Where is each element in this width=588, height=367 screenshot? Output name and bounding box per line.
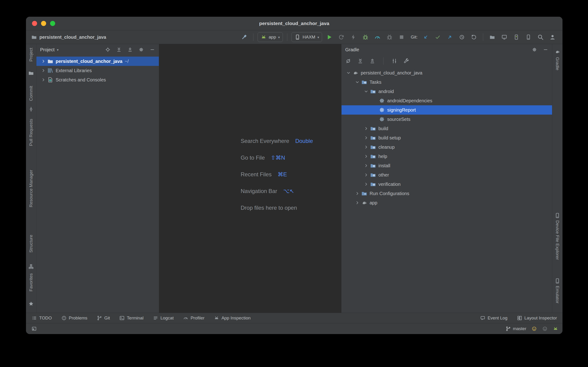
gradle-tree-row[interactable]: persistent_cloud_anchor_java (342, 68, 552, 77)
commit-button[interactable] (433, 32, 443, 42)
toolwindow-stripe-button[interactable]: Structure (26, 235, 36, 253)
update-project-button[interactable] (421, 32, 431, 42)
rerun-button[interactable] (336, 32, 346, 42)
gradle-tree-row[interactable]: sourceSets (342, 115, 552, 124)
folder-icon[interactable] (26, 70, 36, 76)
close-window-button[interactable] (32, 21, 37, 26)
gradle-tree-row[interactable]: verification (342, 180, 552, 189)
hide-panel-icon[interactable] (543, 47, 548, 52)
chevron-right-icon[interactable] (362, 163, 370, 168)
gradle-tree-row[interactable]: build (342, 124, 552, 133)
toolwindow-toggle-button[interactable] (30, 325, 38, 333)
chevron-right-icon[interactable] (362, 182, 370, 187)
attach-debugger-button[interactable] (385, 32, 394, 42)
rollback-button[interactable] (469, 32, 479, 42)
toolwindow-button-terminal[interactable]: Terminal (119, 315, 144, 321)
push-button[interactable] (445, 32, 455, 42)
star-icon[interactable] (26, 301, 36, 307)
settings-gear-icon[interactable] (532, 47, 537, 52)
toolwindow-button-problems[interactable]: Problems (61, 315, 87, 321)
structure-icon[interactable] (26, 264, 36, 270)
toolwindow-stripe-button[interactable]: Gradle (552, 57, 563, 70)
collapse-all-icon[interactable] (369, 58, 375, 64)
gradle-tree-row[interactable]: build setup (342, 133, 552, 142)
device-manager-button[interactable] (512, 32, 521, 42)
chevron-right-icon[interactable] (362, 135, 370, 140)
phone-icon[interactable] (552, 212, 563, 218)
toolwindow-button-event-log[interactable]: Event Log (480, 315, 507, 321)
debug-button[interactable] (360, 32, 370, 42)
offline-mode-icon[interactable] (391, 58, 397, 64)
history-button[interactable] (457, 32, 467, 42)
toolwindow-button-layout-inspector[interactable]: Layout Inspector (517, 315, 557, 321)
project-tree-row[interactable]: External Libraries (36, 66, 159, 75)
feedback-frown-icon[interactable] (542, 326, 548, 332)
toolwindow-button-git[interactable]: Git (97, 315, 110, 321)
gradle-icon[interactable] (552, 49, 563, 55)
gradle-tree-row[interactable]: cleanup (342, 142, 552, 152)
chevron-down-icon[interactable] (345, 70, 352, 75)
commit-icon[interactable] (26, 106, 36, 112)
project-tree-row[interactable]: persistent_cloud_anchor_java ~/ (36, 57, 159, 66)
run-button[interactable] (324, 32, 334, 42)
git-branch-widget[interactable]: master (506, 326, 526, 332)
device-select[interactable]: HAXM ▾ (291, 32, 322, 42)
toolwindow-stripe-button[interactable]: Emulator (552, 286, 563, 303)
locate-file-icon[interactable] (105, 47, 111, 52)
project-panel-title[interactable]: Project (40, 47, 55, 52)
toolwindow-stripe-button[interactable]: Project (26, 48, 36, 61)
toolwindow-stripe-button[interactable]: Resource Manager (26, 170, 36, 207)
chevron-down-icon[interactable] (354, 80, 361, 85)
gradle-tree-row[interactable]: app (342, 198, 552, 207)
toolwindow-button-profiler[interactable]: Profiler (183, 315, 204, 321)
search-everywhere-button[interactable] (536, 32, 545, 42)
gradle-refresh-icon[interactable] (345, 58, 351, 64)
minimize-window-button[interactable] (41, 21, 46, 26)
settings-gear-icon[interactable] (139, 47, 144, 52)
build-button[interactable] (239, 32, 249, 42)
emulator-button[interactable] (523, 32, 533, 42)
toolwindow-button-app-inspection[interactable]: App Inspection (214, 315, 251, 321)
feedback-smiley-icon[interactable] (531, 326, 537, 332)
profile-avatar-button[interactable] (548, 32, 557, 42)
toolwindow-button-todo[interactable]: TODO (32, 315, 52, 321)
expand-all-icon[interactable] (357, 58, 363, 64)
profile-button[interactable] (373, 32, 382, 42)
chevron-right-icon[interactable] (354, 191, 361, 196)
hide-panel-icon[interactable] (150, 47, 155, 52)
toolwindow-stripe-button[interactable]: Favorites (26, 273, 36, 291)
chevron-down-icon[interactable]: ▾ (57, 48, 59, 51)
toolwindow-button-logcat[interactable]: Logcat (153, 315, 174, 321)
chevron-right-icon[interactable] (362, 154, 370, 159)
chevron-right-icon[interactable] (362, 172, 370, 177)
running-devices-button[interactable] (499, 32, 509, 42)
breadcrumb[interactable]: persistent_cloud_anchor_java (31, 34, 106, 40)
gradle-tree-row[interactable]: help (342, 152, 552, 161)
changes-view-button[interactable] (487, 32, 497, 42)
zoom-window-button[interactable] (50, 21, 55, 26)
gradle-settings-wrench-icon[interactable] (403, 58, 409, 64)
apply-changes-button[interactable] (349, 32, 358, 42)
toolwindow-stripe-button[interactable]: Pull Requests (26, 119, 36, 146)
chevron-right-icon[interactable] (40, 77, 47, 82)
editor-area[interactable]: Search Everywhere Double Go to File ⇧⌘N … (159, 44, 341, 313)
collapse-all-icon[interactable] (127, 47, 133, 52)
expand-all-icon[interactable] (116, 47, 122, 52)
toolwindow-stripe-button[interactable]: Device File Explorer (552, 220, 563, 260)
toolwindow-stripe-button[interactable]: Commit (26, 86, 36, 101)
gradle-tree-row[interactable]: other (342, 170, 552, 180)
chevron-right-icon[interactable] (354, 200, 361, 205)
gradle-tree-row[interactable]: androidDependencies (342, 96, 552, 105)
project-tree-row[interactable]: Scratches and Consoles (36, 75, 159, 84)
chevron-right-icon[interactable] (40, 59, 47, 64)
stop-button[interactable] (397, 32, 407, 42)
phone-icon[interactable] (552, 278, 563, 284)
chevron-down-icon[interactable] (362, 89, 370, 94)
chevron-right-icon[interactable] (362, 126, 370, 131)
gradle-tree-row[interactable]: Tasks (342, 77, 552, 87)
android-status-icon[interactable] (553, 326, 558, 332)
gradle-tree-row[interactable]: install (342, 161, 552, 170)
run-config-select[interactable]: app ▾ (258, 32, 283, 42)
chevron-right-icon[interactable] (40, 68, 47, 73)
gradle-tree-row[interactable]: Run Configurations (342, 189, 552, 198)
